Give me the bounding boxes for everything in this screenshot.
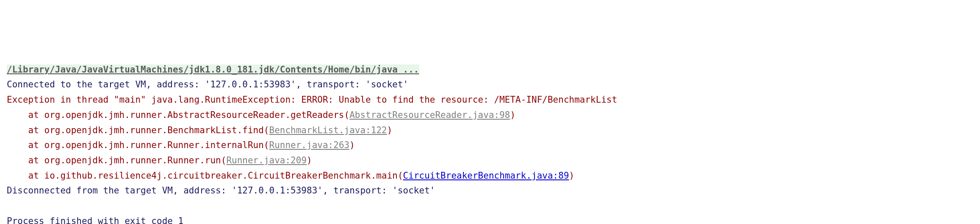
command-line[interactable]: /Library/Java/JavaVirtualMachines/jdk1.8… [7, 64, 419, 75]
source-link[interactable]: Runner.java:209 [226, 155, 307, 165]
blank-line [7, 199, 973, 214]
source-link[interactable]: BenchmarkList.java:122 [269, 125, 387, 135]
stack-frame: at io.github.resilience4j.circuitbreaker… [7, 168, 973, 184]
stack-suffix: ) [307, 155, 312, 165]
source-link[interactable]: AbstractResourceReader.java:98 [349, 110, 510, 120]
stack-text: at org.openjdk.jmh.runner.Runner.interna… [7, 140, 269, 150]
stack-text: at org.openjdk.jmh.runner.Runner.run( [7, 155, 226, 165]
console-output: /Library/Java/JavaVirtualMachines/jdk1.8… [0, 61, 980, 224]
exit-message: Process finished with exit code 1 [7, 214, 973, 224]
stack-suffix: ) [349, 140, 355, 150]
stack-suffix: ) [569, 171, 575, 181]
stack-text: at io.github.resilience4j.circuitbreaker… [7, 171, 403, 181]
stack-frame: at org.openjdk.jmh.runner.Runner.run(Run… [7, 153, 973, 168]
stack-frame: at org.openjdk.jmh.runner.AbstractResour… [7, 108, 973, 123]
stack-suffix: ) [387, 125, 393, 135]
exception-message: Exception in thread "main" java.lang.Run… [7, 92, 973, 108]
source-link[interactable]: Runner.java:263 [269, 140, 350, 150]
stack-text: at org.openjdk.jmh.runner.AbstractResour… [7, 110, 349, 120]
connected-message: Connected to the target VM, address: '12… [7, 77, 973, 92]
stack-frame: at org.openjdk.jmh.runner.BenchmarkList.… [7, 123, 973, 138]
stack-suffix: ) [510, 110, 515, 120]
stack-frame: at org.openjdk.jmh.runner.Runner.interna… [7, 138, 973, 153]
source-link[interactable]: CircuitBreakerBenchmark.java:89 [403, 171, 569, 181]
stack-text: at org.openjdk.jmh.runner.BenchmarkList.… [7, 125, 269, 135]
disconnected-message: Disconnected from the target VM, address… [7, 183, 973, 199]
